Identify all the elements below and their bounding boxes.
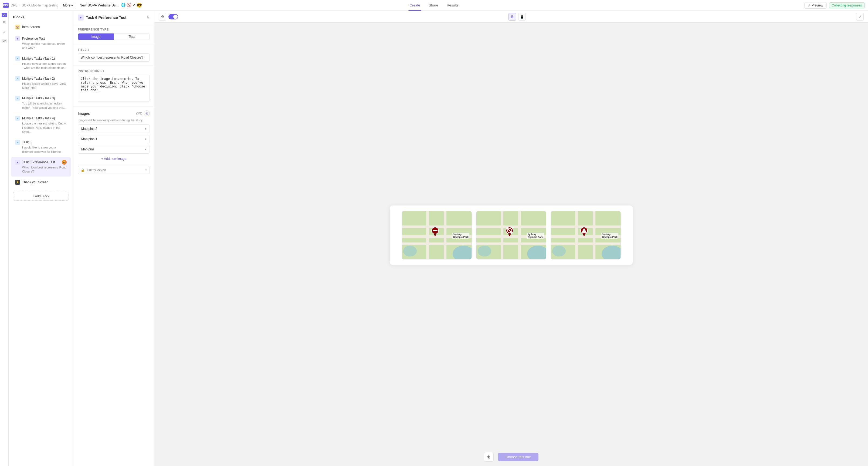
title-input[interactable] <box>78 54 150 62</box>
image-chevron-1: ▾ <box>145 127 146 131</box>
settings-icon-btn[interactable]: ⚙ <box>159 13 166 21</box>
pref-desc: Which mobile map do you prefer and why? <box>22 42 67 50</box>
map3-label: SydneyOlympic Park <box>601 233 618 239</box>
edit-pencil-icon[interactable]: ✎ <box>147 15 150 20</box>
images-count: (3/9) <box>136 112 142 115</box>
thankyou-name: Thank you Screen <box>22 180 48 184</box>
add-image-button[interactable]: + Add new image <box>78 155 150 162</box>
collecting-status: Collecting responses <box>829 2 865 8</box>
instructions-textarea[interactable]: Click the image to zoom in. To return, p… <box>78 75 150 102</box>
task2-desc: Please locate where it says 'View More I… <box>22 82 67 90</box>
svg-marker-2 <box>434 234 436 236</box>
pref-type-toggle: Image Text <box>78 33 150 40</box>
svg-marker-6 <box>508 234 511 236</box>
expand-btn[interactable]: ⤢ <box>856 13 864 21</box>
mobile-view-btn[interactable]: 📱 <box>518 13 526 21</box>
map1-label: SydneyOlympic Park <box>452 233 469 239</box>
block-item-task2[interactable]: ✓ Multiple Tasks (Task 2) Please locate … <box>11 73 71 93</box>
map1-pin <box>431 226 439 238</box>
task1-icon: ✓ <box>15 56 20 61</box>
toggle-image-btn[interactable]: Image <box>78 33 114 40</box>
preview-toggle[interactable] <box>168 14 178 20</box>
images-header: Images (3/9) ◎ <box>78 111 150 116</box>
task6-desc: Which icon best represents 'Road Closure… <box>22 165 67 174</box>
eye-slash-icon[interactable]: 🚫 <box>127 3 131 8</box>
locked-chevron: ▾ <box>145 168 147 172</box>
logic-section: 🔒 Edit is locked ▾ <box>73 162 154 178</box>
globe-icon[interactable]: 🌐 <box>121 3 125 8</box>
task5-desc: I would like to show you a different pro… <box>22 146 67 154</box>
title-field-label: TITLE ℹ <box>78 48 150 51</box>
svg-text:!: ! <box>584 229 585 233</box>
image-chevron-2: ▾ <box>145 137 146 141</box>
breadcrumb: DPE › SOPA Mobile map testing <box>11 3 59 7</box>
svg-marker-10 <box>583 234 585 236</box>
task6-name: Task 6 Preference Test <box>22 160 55 164</box>
study-info: New SOPA Website Us... 🌐 🚫 ↗ 😎 <box>80 3 142 8</box>
map-card-2[interactable]: SydneyOlympic Park <box>476 211 546 259</box>
edit-locked-bar: 🔒 Edit is locked ▾ <box>78 166 150 174</box>
block-item-task1[interactable]: ✓ Multiple Tasks (Task 1) Please have a … <box>11 54 71 73</box>
nav-results[interactable]: Results <box>445 0 459 11</box>
preview-bottom: 🗑 Choose this one <box>154 448 868 466</box>
task5-icon: ✓ <box>15 140 20 145</box>
version-v1[interactable]: V1 <box>2 13 7 17</box>
topbar-right: ↗ Preview Collecting responses <box>804 2 865 9</box>
block-item-intro[interactable]: 🏠 Intro Screen <box>11 22 71 33</box>
images-note: Images will be randomly ordered during t… <box>78 119 150 122</box>
map-card-3[interactable]: ! SydneyOlympic Park <box>551 211 621 259</box>
thankyou-icon: 🙏 <box>15 180 20 185</box>
choose-button[interactable]: Choose this one <box>498 453 538 461</box>
task1-name: Multiple Tasks (Task 1) <box>22 57 55 60</box>
study-icons: 🌐 🚫 ↗ 😎 <box>121 3 142 8</box>
title-info-icon: ℹ <box>88 48 89 51</box>
images-section: Images (3/9) ◎ Images will be randomly o… <box>73 107 154 162</box>
task6-avatar: 😎 <box>62 160 67 165</box>
study-title: New SOPA Website Us... <box>80 3 119 7</box>
toolbar-center: 🖥 📱 <box>508 13 526 21</box>
task3-icon: ✓ <box>15 96 20 101</box>
layers-icon[interactable]: ⊞ <box>1 18 8 25</box>
pref-type-label: Preference Type <box>78 28 150 31</box>
instructions-info-icon: ℹ <box>103 70 104 73</box>
image-row-2[interactable]: Map pins-1 ▾ <box>78 135 150 143</box>
nav-share[interactable]: Share <box>428 0 439 11</box>
desktop-view-btn[interactable]: 🖥 <box>508 13 516 21</box>
delete-icon: 🗑 <box>487 455 491 459</box>
block-item-task5[interactable]: ✓ Task 5 I would like to show you a diff… <box>11 137 71 157</box>
toolbar-left: ⚙ <box>159 13 178 21</box>
block-item-task6[interactable]: ♥ Task 6 Preference Test 😎 Which icon be… <box>11 157 71 177</box>
image-row-3[interactable]: Map pins ▾ <box>78 145 150 154</box>
emoji-icon[interactable]: 😎 <box>136 3 142 8</box>
block-item-task3[interactable]: ✓ Multiple Tasks (Task 3) You will be at… <box>11 93 71 113</box>
app-logo: DPE <box>3 3 9 8</box>
toggle-text-btn[interactable]: Text <box>114 33 150 40</box>
share-icon2[interactable]: ↗ <box>132 3 135 8</box>
toolbar-right: ⤢ <box>856 13 864 21</box>
delete-button[interactable]: 🗑 <box>484 452 494 462</box>
block-item-thankyou[interactable]: 🙏 Thank you Screen <box>11 177 71 188</box>
preview-button[interactable]: ↗ Preview <box>804 2 827 9</box>
more-button[interactable]: More ▾ <box>61 3 75 8</box>
svg-rect-1 <box>433 230 437 231</box>
image-name-1: Map pins-2 <box>81 127 97 131</box>
images-add-icon[interactable]: ◎ <box>144 111 150 116</box>
add-block-button[interactable]: + Add Block <box>13 192 69 200</box>
block-item-task4[interactable]: ✓ Multiple Tasks (Task 4) Locate the nea… <box>11 113 71 136</box>
add-icon[interactable]: + <box>1 29 8 36</box>
map-card-1[interactable]: SydneyOlympic Park <box>402 211 472 259</box>
image-row-1[interactable]: Map pins-2 ▾ <box>78 124 150 133</box>
task2-name: Multiple Tasks (Task 2) <box>22 77 55 81</box>
intro-icon: 🏠 <box>15 25 20 29</box>
version-v2-btn[interactable]: V2 <box>2 39 7 43</box>
task4-icon: ✓ <box>15 116 20 121</box>
preview-frame: SydneyOlympic Park <box>390 206 633 265</box>
block-item-pref[interactable]: ♥ Preference Test Which mobile map do yo… <box>11 33 71 53</box>
preview-toolbar: ⚙ 🖥 📱 ⤢ <box>154 11 868 23</box>
edit-panel-header: ♥ Task 6 Preference Test ✎ <box>73 11 154 24</box>
instructions-label: INSTRUCTIONS ℹ <box>78 69 150 73</box>
image-chevron-3: ▾ <box>145 147 146 151</box>
locked-label: Edit is locked <box>87 168 106 172</box>
task4-desc: Locate the nearest toilet to Cathy Freem… <box>22 122 67 134</box>
nav-create[interactable]: Create <box>408 0 421 11</box>
